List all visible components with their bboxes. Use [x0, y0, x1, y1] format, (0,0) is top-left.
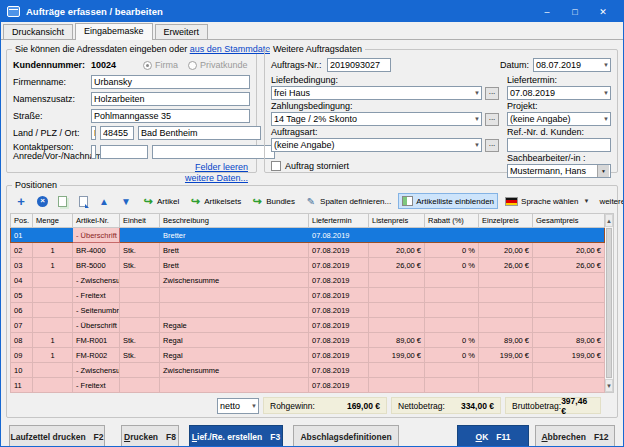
firma-radio[interactable]: [143, 61, 152, 70]
cell: Regale: [160, 318, 309, 333]
lieferbedingung-combo[interactable]: frei Haus ▼: [271, 86, 482, 100]
spalten-definieren-button[interactable]: ✎Spalten definieren...: [302, 193, 394, 209]
column-header-7[interactable]: Rabatt (%): [425, 214, 479, 228]
table-row[interactable]: 06- Seitenumbruch07.08.2019: [11, 303, 605, 318]
close-button[interactable]: ✕: [589, 1, 617, 22]
firmenname-field[interactable]: [91, 75, 250, 89]
cell: 05: [11, 288, 33, 303]
felder-leeren-link[interactable]: Felder leeren: [195, 162, 248, 172]
paste-position-button[interactable]: [76, 193, 91, 209]
table-row[interactable]: 11- Freitext07.08.2019: [11, 378, 605, 393]
strasse-field[interactable]: [91, 109, 250, 123]
liefertermin-combo[interactable]: 07.08.2019 ▼: [507, 86, 611, 100]
insert-artikelsets-button[interactable]: ↪Artikelsets: [186, 193, 244, 209]
auftragsart-combo[interactable]: (keine Angabe) ▼: [271, 138, 482, 152]
insert-artikel-button[interactable]: ↪Artikel: [139, 193, 182, 209]
zahlungsbedingung-more-button[interactable]: ...: [485, 113, 499, 126]
auftragsnr-field[interactable]: [327, 58, 391, 72]
table-row[interactable]: 091FM-R002Stk.Regal07.08.2019199,00 €0 %…: [11, 348, 605, 363]
delete-position-button[interactable]: ×: [34, 193, 51, 209]
column-header-6[interactable]: Listenpreis: [369, 214, 425, 228]
table-row[interactable]: 01- ÜberschriftBretter07.08.2019: [11, 228, 605, 243]
column-header-0[interactable]: Pos.: [11, 214, 33, 228]
scrollbar-thumb[interactable]: [606, 228, 612, 378]
lieferbedingung-more-button[interactable]: ...: [485, 87, 499, 100]
maximize-button[interactable]: □: [561, 1, 589, 22]
auftragsart-label: Auftragsart:: [271, 128, 499, 137]
cell: [33, 228, 73, 243]
cell: [369, 288, 425, 303]
table-row[interactable]: 07- ÜberschriftRegale07.08.2019: [11, 318, 605, 333]
netto-brutto-combo[interactable]: netto ▼: [217, 398, 259, 414]
refnr-field[interactable]: [507, 138, 611, 152]
cell: [425, 363, 479, 378]
column-header-3[interactable]: Einheit: [120, 214, 160, 228]
sachbearbeiter-combo[interactable]: Mustermann, Hans ▼: [507, 164, 611, 178]
table-row[interactable]: 081FM-R001Stk.Regal07.08.201989,00 €0 %8…: [11, 333, 605, 348]
cell: 07.08.2019: [309, 303, 369, 318]
cell: - Zwischensu...: [73, 273, 120, 288]
land-combo[interactable]: D ▼: [91, 126, 96, 140]
weitere-funktionen-button[interactable]: weitere Funktionen...▼: [596, 193, 624, 209]
cell: 20,00 €: [369, 243, 425, 258]
abschlagsdefinitionen-button[interactable]: Abschlagsdefinitionen: [293, 425, 399, 447]
column-header-2[interactable]: Artikel-Nr.: [73, 214, 120, 228]
laufzettel-drucken-button[interactable]: Laufzettel druckenF2: [9, 425, 105, 447]
move-up-button[interactable]: ▲: [95, 193, 113, 209]
cell: [369, 318, 425, 333]
table-row[interactable]: 031BR-5000Stk.Brett07.08.201926,00 €0 %2…: [11, 258, 605, 273]
cell: 07.08.2019: [309, 243, 369, 258]
abbrechen-button[interactable]: AbbrechenF12: [535, 425, 615, 447]
ort-field[interactable]: [138, 126, 261, 140]
artikelliste-einblenden-button[interactable]: Artikelliste einblenden: [398, 193, 498, 209]
table-row[interactable]: 05- Freitext07.08.2019: [11, 288, 605, 303]
tab-eingabemaske[interactable]: Eingabemaske: [75, 23, 153, 40]
table-row[interactable]: 10- Zwischensu...Zwischensumme07.08.2019: [11, 363, 605, 378]
column-header-9[interactable]: Gesamtpreis: [533, 214, 605, 228]
column-header-4[interactable]: Beschreibung: [160, 214, 309, 228]
cell: 02: [11, 243, 33, 258]
namenszusatz-field[interactable]: [91, 92, 250, 106]
scroll-down-icon[interactable]: ▼: [605, 379, 613, 392]
lief-re-erstellen-button[interactable]: Lief./Re. erstellenF3: [189, 425, 283, 447]
ok-button[interactable]: OKF11: [457, 425, 529, 447]
column-header-5[interactable]: Liefertermin: [309, 214, 369, 228]
insert-bundles-button[interactable]: ↪Bundles: [248, 193, 298, 209]
zahlungsbedingung-combo[interactable]: 14 Tage / 2% Skonto ▼: [271, 112, 482, 126]
table-row[interactable]: 04- Zwischensu...Zwischensumme07.08.2019: [11, 273, 605, 288]
projekt-combo[interactable]: (keine Angabe) ▼: [507, 112, 611, 126]
plz-field[interactable]: [100, 126, 134, 140]
auftragsart-more-button[interactable]: ...: [485, 139, 499, 152]
auftrag-storniert-checkbox[interactable]: [271, 161, 281, 171]
chevron-down-icon: ▼: [251, 403, 257, 409]
table-scrollbar[interactable]: ▲ ▼: [605, 213, 614, 393]
cell: [160, 378, 309, 393]
cell: 08: [11, 333, 33, 348]
firmenname-label: Firmenname:: [13, 78, 91, 87]
vorname-field[interactable]: [100, 145, 148, 159]
scroll-up-icon[interactable]: ▲: [605, 214, 613, 227]
cell: [425, 288, 479, 303]
positionen-group: Positionen +×▲▼↪Artikel↪Artikelsets↪Bund…: [6, 185, 618, 418]
add-position-button[interactable]: +: [12, 193, 30, 209]
weitere-daten-link[interactable]: weitere Daten...: [185, 173, 248, 183]
drucken-button[interactable]: DruckenF8: [121, 425, 179, 447]
move-down-button[interactable]: ▼: [117, 193, 135, 209]
tab-erweitert[interactable]: Erweitert: [155, 24, 209, 39]
cell: Stk.: [120, 348, 160, 363]
sprache-waehlen-button[interactable]: Sprache wählen▼: [502, 193, 592, 209]
minimize-button[interactable]: –: [533, 1, 561, 22]
privatkunde-radio[interactable]: [188, 61, 197, 70]
cell: Brett: [160, 258, 309, 273]
rohgewinn-box: Rohgewinn: 169,00 €: [263, 397, 387, 414]
copy-position-button[interactable]: [55, 193, 72, 209]
datum-combo[interactable]: 08.07.2019 ▼: [533, 58, 611, 72]
caret-down-icon: ▼: [583, 198, 589, 204]
lief-re-erstellen-button-label: Lief./Re. erstellen: [192, 432, 262, 442]
tab-druckansicht[interactable]: Druckansicht: [3, 24, 73, 39]
table-row[interactable]: 021BR-4000Stk.Brett07.08.201920,00 €0 %2…: [11, 243, 605, 258]
column-header-1[interactable]: Menge: [33, 214, 73, 228]
column-header-8[interactable]: Einzelpreis: [479, 214, 533, 228]
nachname-field[interactable]: [152, 145, 275, 159]
anrede-combo[interactable]: ▼: [91, 145, 96, 159]
